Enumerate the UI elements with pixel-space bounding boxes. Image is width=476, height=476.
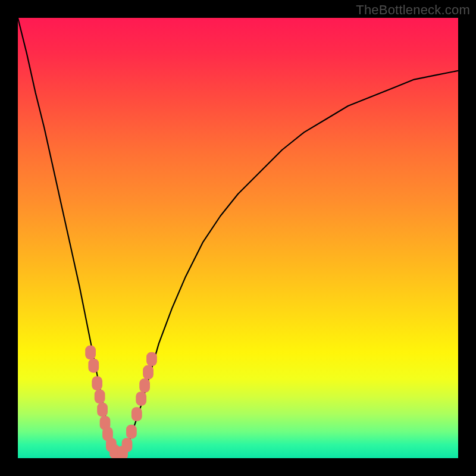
data-marker: [122, 438, 133, 452]
watermark-text: TheBottleneck.com: [356, 2, 470, 18]
data-marker: [136, 392, 146, 406]
data-marker: [88, 359, 99, 373]
bottleneck-curve: [18, 18, 458, 454]
data-marker: [126, 425, 137, 439]
marker-layer: [85, 346, 157, 458]
data-marker: [97, 403, 108, 417]
data-marker: [146, 352, 157, 367]
chart-svg: [18, 18, 458, 458]
data-marker: [92, 376, 102, 390]
data-marker: [95, 390, 105, 404]
data-marker: [131, 407, 142, 421]
outer-frame: TheBottleneck.com: [0, 0, 476, 476]
data-marker: [139, 378, 150, 393]
data-marker: [143, 365, 154, 380]
plot-area: [18, 18, 458, 458]
curve-layer: [18, 18, 458, 454]
data-marker: [85, 346, 96, 360]
